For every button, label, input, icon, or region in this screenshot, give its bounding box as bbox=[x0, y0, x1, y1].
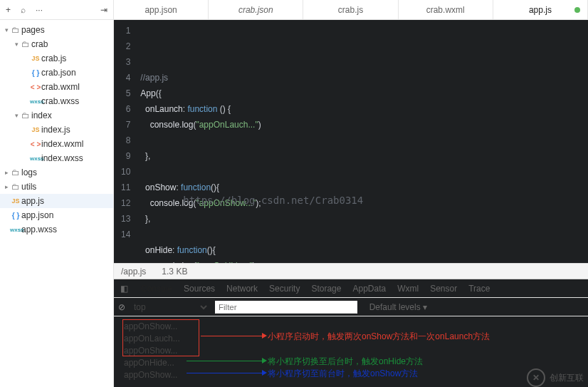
tree-item-label: index bbox=[31, 110, 52, 120]
tree-item-label: crab bbox=[31, 39, 48, 49]
editor-tab[interactable]: crab.json bbox=[209, 0, 303, 19]
inspect-icon[interactable]: ◧ bbox=[118, 284, 130, 294]
code-line: //app.js bbox=[140, 70, 261, 86]
devtools-tab[interactable]: Console bbox=[141, 284, 172, 294]
expand-arrow-icon: ▸ bbox=[3, 183, 10, 190]
code-line: }, bbox=[140, 148, 261, 164]
devtools-tab[interactable]: Network bbox=[226, 284, 258, 294]
code-line bbox=[140, 227, 261, 242]
editor-tab[interactable]: crab.js bbox=[303, 0, 398, 19]
tree-item[interactable]: { } crab.json bbox=[0, 66, 113, 80]
tree-item[interactable]: JS crab.js bbox=[0, 51, 113, 66]
json-icon: { } bbox=[30, 69, 41, 77]
devtools-tab[interactable]: Sensor bbox=[430, 284, 457, 294]
brand-watermark: ✕创新互联 bbox=[527, 368, 584, 387]
folder-icon: 🗀 bbox=[10, 25, 21, 35]
wxss-icon: wxss bbox=[30, 155, 41, 162]
tree-item-label: index.wxml bbox=[41, 139, 83, 149]
code-line: onHide: function(){ bbox=[140, 242, 261, 258]
log-levels[interactable]: Default levels ▾ bbox=[369, 302, 427, 312]
code-line: console.log("appOnShow..."); bbox=[140, 195, 261, 211]
annotation: 将小程序切至前台时，触发onShow方法 bbox=[268, 368, 418, 380]
tree-item[interactable]: wxss app.wxss bbox=[0, 222, 113, 237]
context-select[interactable]: top bbox=[131, 301, 209, 313]
code-line: App({ bbox=[140, 86, 261, 101]
folder-icon: 🗀 bbox=[10, 182, 21, 192]
tree-item[interactable]: JS app.js bbox=[0, 194, 113, 208]
tree-item-label: pages bbox=[21, 25, 45, 35]
editor: 1234567891011121314 https://blog.csdn.ne… bbox=[114, 20, 588, 387]
tree-item[interactable]: < > crab.wxml bbox=[0, 80, 113, 94]
status-bar: /app.js 1.3 KB bbox=[114, 263, 588, 279]
code-line: onLaunch: function () { bbox=[140, 101, 261, 117]
tree-item-label: app.json bbox=[21, 210, 53, 220]
console-output: appOnShow...appOnLauch...appOnShow...app… bbox=[114, 316, 588, 387]
annotation: 小程序启动时，触发两次onShow方法和一次onLaunch方法 bbox=[268, 331, 490, 343]
editor-tab[interactable]: app.js bbox=[493, 0, 588, 19]
tree-item-label: crab.js bbox=[41, 53, 66, 63]
dirty-indicator-icon bbox=[574, 7, 580, 13]
tree-item[interactable]: ▸🗀 utils bbox=[0, 180, 113, 194]
tree-item[interactable]: ▸🗀 logs bbox=[0, 165, 113, 180]
devtools-tab[interactable]: Sources bbox=[184, 284, 215, 294]
code-line: console.log("appOnLauch...") bbox=[140, 117, 261, 133]
devtools-tab[interactable]: Storage bbox=[311, 284, 341, 294]
wxss-icon: wxss bbox=[30, 98, 41, 105]
tree-item[interactable]: JS index.js bbox=[0, 123, 113, 137]
tree-item-label: crab.json bbox=[41, 68, 76, 78]
wxml-icon: < > bbox=[30, 83, 41, 91]
tree-item-label: app.wxss bbox=[21, 225, 57, 234]
tree-item-label: crab.wxss bbox=[41, 96, 79, 106]
editor-tabs: app.jsoncrab.jsoncrab.jscrab.wxmlapp.js bbox=[114, 0, 588, 19]
devtools-tab[interactable]: AppData bbox=[352, 284, 386, 294]
devtools-tab[interactable]: Wxml bbox=[397, 284, 419, 294]
expand-arrow-icon: ▾ bbox=[13, 41, 20, 48]
tree-item-label: index.js bbox=[41, 125, 70, 135]
more-button[interactable]: ··· bbox=[36, 5, 43, 15]
wxss-icon: wxss bbox=[10, 227, 21, 233]
folder-icon: 🗀 bbox=[10, 167, 21, 177]
expand-arrow-icon: ▾ bbox=[3, 26, 10, 33]
tree-item[interactable]: wxss index.wxss bbox=[0, 151, 113, 165]
tree-item-label: crab.wxml bbox=[41, 82, 80, 92]
clear-console-icon[interactable]: ⊘ bbox=[118, 302, 125, 312]
folder-icon: 🗀 bbox=[20, 110, 31, 120]
code-line: onShow: function(){ bbox=[140, 180, 261, 195]
devtools: ◧ ConsoleSourcesNetworkSecurityStorageAp… bbox=[114, 279, 588, 387]
tree-item[interactable]: { } app.json bbox=[0, 208, 113, 222]
status-path: /app.js bbox=[121, 267, 146, 277]
expand-arrow-icon: ▾ bbox=[13, 112, 20, 119]
js-icon: JS bbox=[30, 126, 41, 133]
code-line: console.log("appOnHide..."); bbox=[140, 258, 261, 263]
tree-item[interactable]: ▾🗀 crab bbox=[0, 37, 113, 51]
file-explorer: ▾🗀 pages▾🗀 crabJS crab.js{ } crab.json< … bbox=[0, 20, 114, 387]
code-line bbox=[140, 164, 261, 180]
code-line bbox=[140, 133, 261, 148]
folder-icon: 🗀 bbox=[20, 39, 31, 49]
search-button[interactable]: ⌕ bbox=[21, 5, 26, 15]
tree-item-label: index.wxss bbox=[41, 153, 83, 163]
js-icon: JS bbox=[30, 55, 41, 62]
tree-item[interactable]: < > index.wxml bbox=[0, 137, 113, 151]
code-area[interactable]: 1234567891011121314 https://blog.csdn.ne… bbox=[114, 20, 588, 263]
expand-arrow-icon: ▸ bbox=[3, 169, 10, 176]
json-icon: { } bbox=[10, 212, 21, 220]
js-icon: JS bbox=[10, 197, 21, 205]
collapse-button[interactable]: ⇥ bbox=[100, 5, 107, 15]
devtools-tab[interactable]: Trace bbox=[468, 284, 490, 294]
tree-item[interactable]: ▾🗀 pages bbox=[0, 23, 113, 37]
tree-item-label: logs bbox=[21, 167, 37, 177]
editor-tab[interactable]: crab.wxml bbox=[399, 0, 493, 19]
devtools-tab[interactable]: Security bbox=[269, 284, 300, 294]
wxml-icon: < > bbox=[30, 140, 41, 148]
add-button[interactable]: + bbox=[6, 5, 11, 15]
code-line: }, bbox=[140, 211, 261, 227]
tree-item[interactable]: ▾🗀 index bbox=[0, 108, 113, 123]
annotation: 将小程序切换至后台时，触发onHide方法 bbox=[268, 356, 423, 368]
status-size: 1.3 KB bbox=[162, 267, 187, 277]
tree-item[interactable]: wxss crab.wxss bbox=[0, 94, 113, 108]
filter-input[interactable] bbox=[215, 301, 357, 314]
tree-item-label: utils bbox=[21, 182, 36, 192]
explorer-toolbar: + ⌕ ··· ⇥ bbox=[0, 0, 114, 19]
editor-tab[interactable]: app.json bbox=[114, 0, 209, 19]
